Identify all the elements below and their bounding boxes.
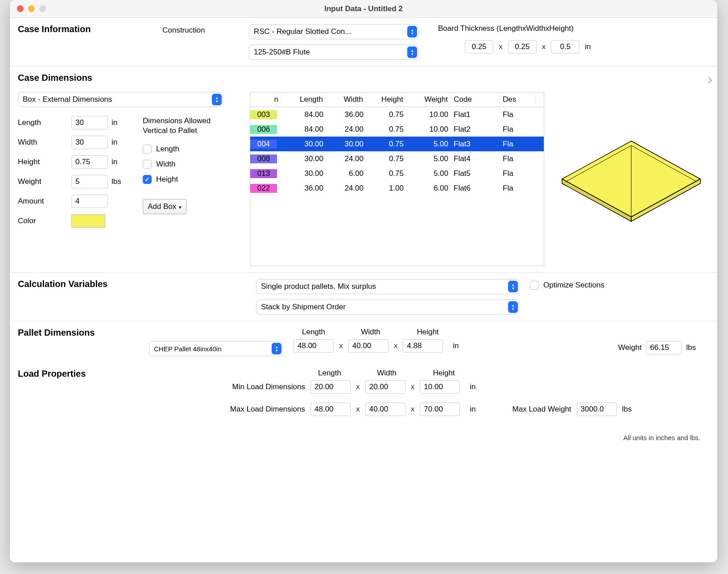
construction-select[interactable]: RSC - Regular Slotted Con... [249,24,418,39]
calc-title: Calculation Variables [18,279,245,289]
chevron-updown-icon [212,94,222,105]
allow-height-checkbox[interactable] [143,175,152,184]
table-row[interactable]: 02236.0024.001.006.00Flat6Fla [250,181,544,195]
max-load-length-input[interactable] [310,403,351,416]
load-title: Load Properties [18,369,183,379]
construction-label: Construction [162,24,238,35]
allowed-vertical-label: Dimensions Allowed Vertical to Pallet [143,116,219,136]
units-note: All units in inches and lbs. [18,416,709,441]
table-row[interactable]: 01330.006.000.755.00Flat5Fla [250,166,544,181]
color-swatch[interactable] [71,214,105,228]
add-box-button[interactable]: Add Box [143,199,186,214]
min-load-length-input[interactable] [310,380,351,394]
max-load-weight-input[interactable] [577,403,617,416]
titlebar: Input Data - Untitled 2 [10,0,717,18]
box-preview [558,137,705,226]
section-pallet-dimensions: Pallet Dimensions CHEP Pallet 48inx40in … [10,321,717,362]
chevron-updown-icon [407,46,417,58]
input-data-window: Input Data - Untitled 2 Case Information… [10,0,717,562]
window-title: Input Data - Untitled 2 [10,4,717,13]
chevron-updown-icon [508,281,518,292]
section-case-information: Case Information Construction RSC - Regu… [10,18,717,67]
table-row[interactable]: 00830.0024.000.755.00Flat4Fla [250,151,544,166]
table-row[interactable]: 00684.0024.000.7510.00Flat2Fla [250,122,544,137]
chevron-updown-icon [508,301,518,313]
section-calculation-variables: Calculation Variables Single product pal… [10,273,717,321]
box-table[interactable]: n Length Width Height Weight Code Des 00… [250,92,544,266]
table-row[interactable]: 00430.0030.000.755.00Flat3Fla [250,137,544,151]
stack-mode-select[interactable]: Stack by Shipment Order [256,299,519,315]
min-load-height-input[interactable] [420,380,460,394]
thickness-width-input[interactable] [508,40,537,54]
flute-select[interactable]: 125-250#B Flute [249,45,418,60]
board-thickness-label: Board Thickness (LengthxWidthxHeight) [438,24,709,33]
max-load-width-input[interactable] [365,403,405,416]
case-dim-title: Case Dimensions [18,73,709,83]
length-input[interactable] [71,116,108,129]
width-input[interactable] [71,136,108,149]
pallet-height-input[interactable] [403,339,443,353]
chevron-updown-icon [407,26,417,37]
allow-length-checkbox[interactable] [143,145,152,154]
thickness-length-input[interactable] [465,40,493,54]
pallet-weight-input[interactable] [646,341,682,354]
weight-input[interactable] [71,175,108,188]
max-load-weight-label: Max Load Weight [513,405,571,414]
chevron-down-icon [179,202,182,211]
box-type-select[interactable]: Box - External Dimensions [18,92,223,107]
section-case-dimensions: Case Dimensions Box - External Dimension… [10,67,717,273]
pallet-length-input[interactable] [294,339,334,353]
min-load-width-input[interactable] [365,380,405,394]
amount-input[interactable] [71,195,108,208]
section-load-properties: Load Properties Length Width Height Min … [10,362,717,448]
max-load-label: Max Load Dimensions [194,405,305,414]
calc-mode-select[interactable]: Single product pallets. Mix surplus [256,279,519,294]
allow-width-checkbox[interactable] [143,160,152,169]
min-load-label: Min Load Dimensions [194,383,305,391]
pallet-type-select[interactable]: CHEP Pallet 48inx40in [149,341,283,356]
table-row[interactable]: 00384.0036.000.7510.00Flat1Fla [250,107,544,122]
height-input[interactable] [71,155,108,169]
max-load-height-input[interactable] [420,403,460,416]
case-info-title: Case Information [18,24,152,34]
optimize-sections-checkbox[interactable] [530,281,539,290]
pallet-width-input[interactable] [348,339,389,353]
table-header: n Length Width Height Weight Code Des [250,92,544,107]
chevron-updown-icon [272,343,281,354]
pallet-title: Pallet Dimensions [18,328,138,338]
thickness-height-input[interactable] [551,40,579,54]
